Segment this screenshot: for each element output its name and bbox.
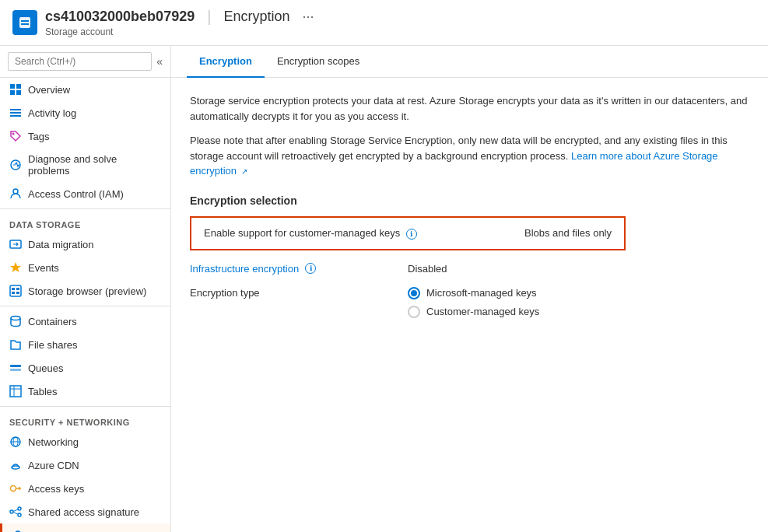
infrastructure-label-text: Infrastructure encryption <box>190 263 299 275</box>
sidebar-item-shared-access[interactable]: Shared access signature <box>0 500 170 523</box>
svg-point-10 <box>12 133 15 135</box>
svg-point-30 <box>10 510 13 513</box>
sidebar-item-overview-label: Overview <box>28 84 70 96</box>
sidebar-item-tables[interactable]: Tables <box>0 380 170 403</box>
resource-name-section: cs410032000beb07929 | Encryption ··· Sto… <box>45 8 314 37</box>
svg-rect-18 <box>16 292 19 294</box>
svg-point-32 <box>18 513 21 516</box>
sidebar-item-tags-label: Tags <box>28 131 49 142</box>
tab-encryption[interactable]: Encryption <box>187 46 265 78</box>
svg-rect-6 <box>16 90 21 95</box>
sidebar-item-shared-access-label: Shared access signature <box>28 506 139 518</box>
radio-customer-label: Customer-managed keys <box>426 306 539 317</box>
diagnose-icon <box>9 159 22 171</box>
tab-encryption-scopes[interactable]: Encryption scopes <box>265 46 372 78</box>
sidebar-item-data-migration[interactable]: Data migration <box>0 233 170 256</box>
infrastructure-info-icon[interactable]: ℹ <box>305 263 316 274</box>
sidebar-item-activity-log-label: Activity log <box>28 107 76 119</box>
sidebar-item-file-shares[interactable]: File shares <box>0 333 170 356</box>
iam-icon <box>9 187 22 200</box>
content-area: Encryption Encryption scopes Storage ser… <box>171 46 768 532</box>
external-link-icon: ↗ <box>241 167 247 176</box>
encryption-type-label-text: Encryption type <box>190 287 260 299</box>
file-shares-icon <box>9 338 22 351</box>
radio-option-microsoft[interactable]: Microsoft-managed keys <box>408 287 539 299</box>
sidebar-item-queues[interactable]: Queues <box>0 356 170 380</box>
radio-microsoft-circle <box>408 287 420 299</box>
sidebar-item-encryption[interactable]: Encryption <box>0 523 170 532</box>
azure-cdn-icon <box>9 459 22 471</box>
sidebar-item-azure-cdn[interactable]: Azure CDN <box>0 453 170 477</box>
collapse-icon[interactable]: « <box>156 55 163 68</box>
access-keys-icon <box>9 482 22 495</box>
radio-option-customer[interactable]: Customer-managed keys <box>408 306 539 318</box>
svg-rect-17 <box>12 292 15 294</box>
top-bar: cs410032000beb07929 | Encryption ··· Sto… <box>0 0 768 46</box>
divider-1 <box>0 208 170 209</box>
storage-browser-icon <box>9 285 22 297</box>
svg-point-29 <box>11 486 16 492</box>
more-options-icon[interactable]: ··· <box>302 9 314 25</box>
svg-rect-9 <box>10 115 21 117</box>
title-separator: | <box>207 8 211 26</box>
sidebar-search-section: « <box>0 46 170 78</box>
data-storage-section-label: Data storage <box>0 212 170 233</box>
description-2: Please note that after enabling Storage … <box>190 133 749 179</box>
svg-point-19 <box>11 317 20 320</box>
sidebar-item-networking-label: Networking <box>28 436 79 448</box>
overview-icon <box>9 83 22 96</box>
tags-icon <box>9 130 22 142</box>
page-title: Encryption <box>223 9 289 25</box>
section-title: Encryption selection <box>190 194 749 207</box>
infrastructure-label: Infrastructure encryption ℹ <box>190 263 408 275</box>
svg-rect-8 <box>10 112 21 114</box>
radio-microsoft-label: Microsoft-managed keys <box>426 287 537 299</box>
encryption-icon <box>12 529 24 532</box>
sidebar-item-azure-cdn-label: Azure CDN <box>28 460 79 471</box>
sidebar-item-access-keys-label: Access keys <box>28 483 84 495</box>
tab-bar: Encryption Encryption scopes <box>171 46 768 78</box>
events-icon <box>9 261 22 274</box>
infrastructure-value: Disabled <box>408 263 447 275</box>
sidebar-item-containers-label: Containers <box>28 316 77 327</box>
svg-point-12 <box>13 189 18 194</box>
radio-customer-circle <box>408 306 420 318</box>
encryption-type-row: Encryption type Microsoft-managed keys C… <box>190 287 749 318</box>
main-layout: « Overview Activity log Tags Diag <box>0 46 768 532</box>
tables-icon <box>9 385 22 397</box>
sidebar-item-iam[interactable]: Access Control (IAM) <box>0 182 170 205</box>
divider-2 <box>0 306 170 306</box>
sidebar-item-activity-log[interactable]: Activity log <box>0 101 170 124</box>
svg-rect-1 <box>21 20 29 22</box>
sidebar-item-events[interactable]: Events <box>0 256 170 279</box>
sidebar-item-networking[interactable]: Networking <box>0 430 170 453</box>
cmk-label-span: Enable support for customer-managed keys <box>204 227 400 239</box>
svg-rect-2 <box>21 23 29 25</box>
cmk-box: Enable support for customer-managed keys… <box>190 216 626 250</box>
sidebar-item-containers[interactable]: Containers <box>0 310 170 333</box>
svg-rect-16 <box>16 288 19 290</box>
svg-rect-0 <box>19 17 30 28</box>
sidebar-item-storage-browser[interactable]: Storage browser (preview) <box>0 279 170 303</box>
containers-icon <box>9 315 22 327</box>
cmk-info-icon[interactable]: ℹ <box>406 229 417 240</box>
svg-rect-15 <box>12 288 15 290</box>
sidebar-item-access-keys[interactable]: Access keys <box>0 477 170 500</box>
sidebar-item-overview[interactable]: Overview <box>0 78 170 101</box>
sidebar-item-storage-browser-label: Storage browser (preview) <box>28 285 146 297</box>
svg-rect-5 <box>10 90 15 95</box>
data-migration-icon <box>9 238 22 250</box>
sidebar-item-file-shares-label: File shares <box>28 339 78 351</box>
svg-rect-4 <box>16 84 21 89</box>
search-input[interactable] <box>8 52 152 71</box>
sidebar-item-tables-label: Tables <box>28 386 58 397</box>
sidebar-item-iam-label: Access Control (IAM) <box>28 188 124 200</box>
sidebar-item-tags[interactable]: Tags <box>0 124 170 148</box>
svg-rect-21 <box>10 369 21 371</box>
sidebar-item-diagnose[interactable]: Diagnose and solve problems <box>0 148 170 182</box>
svg-rect-22 <box>10 386 21 397</box>
svg-rect-14 <box>10 285 21 296</box>
networking-icon <box>9 436 22 448</box>
sidebar: « Overview Activity log Tags Diag <box>0 46 171 532</box>
svg-point-31 <box>18 507 21 510</box>
